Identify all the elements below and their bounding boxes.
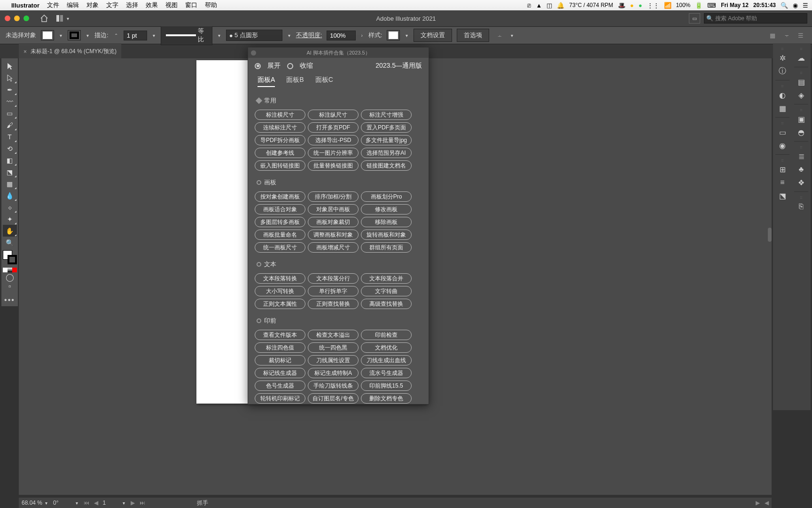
scroll-left[interactable]: ▶ (756, 500, 760, 506)
script-button[interactable]: 对象居中画板 (308, 204, 359, 214)
menubar-date[interactable]: Fri May 12 (721, 2, 749, 8)
script-button[interactable]: 打开多页PDF (308, 122, 359, 133)
style-swatch[interactable] (387, 30, 400, 40)
toolbox-more[interactable]: ••• (4, 296, 15, 304)
minimize-window[interactable] (14, 16, 20, 21)
hand-tool[interactable]: ✋ (3, 225, 17, 237)
script-button[interactable]: 文字转曲 (361, 286, 412, 296)
tab-panel-b[interactable]: 面板B (286, 76, 304, 87)
script-button[interactable]: 检查文本溢出 (308, 330, 359, 340)
script-panel-titlebar[interactable]: AI 脚本插件合集（2023.5） (248, 48, 429, 58)
script-button[interactable]: 正则文本属性 (255, 299, 305, 309)
home-button[interactable] (38, 13, 51, 24)
direct-selection-tool[interactable] (3, 72, 17, 84)
script-button[interactable]: 单行拆单字 (308, 286, 359, 296)
menu-view[interactable]: 视图 (165, 1, 178, 9)
script-button[interactable]: 置入PDF多页面 (361, 122, 412, 133)
draw-mode[interactable]: ◯ (3, 272, 17, 282)
script-button[interactable]: 画板对象裁切 (308, 217, 359, 227)
symbol-sprayer-tool[interactable]: ✦ (3, 213, 17, 225)
tab-panel-a[interactable]: 面板A (258, 76, 275, 87)
script-button[interactable]: 正则查找替换 (308, 299, 359, 309)
stroke-profile[interactable]: 等比 (161, 25, 212, 45)
zoom-control[interactable]: 68.04 %▾ (22, 500, 48, 506)
next-artboard[interactable]: ▶ (131, 500, 135, 506)
menu-edit[interactable]: 编辑 (67, 1, 79, 9)
script-button[interactable]: 色号生成器 (255, 381, 305, 391)
close-window[interactable] (5, 16, 10, 21)
script-button[interactable]: 流水号生成器 (361, 368, 412, 378)
script-button[interactable]: 标注四色值 (255, 342, 305, 353)
transform-panel-icon[interactable]: ⊞ (775, 163, 790, 175)
fill-swatch[interactable] (41, 30, 54, 40)
arrange-documents[interactable]: ▾ (55, 13, 71, 24)
script-button[interactable]: 印前检查 (361, 330, 412, 340)
menu-file[interactable]: 文件 (47, 1, 59, 9)
keyboard-icon[interactable]: ⌨ (707, 2, 716, 9)
properties-panel-icon[interactable]: ✲ (775, 52, 790, 64)
script-button[interactable]: 文档优化 (361, 342, 412, 353)
panel-handle[interactable]: :: (796, 107, 806, 112)
script-button[interactable]: 画板增减尺寸 (308, 242, 359, 253)
script-button[interactable]: 选择范围另存AI (361, 148, 412, 158)
menu-window[interactable]: 窗口 (185, 1, 197, 9)
panel-handle[interactable]: :: (796, 195, 806, 199)
script-button[interactable]: 标注横尺寸 (255, 110, 305, 120)
eraser-tool[interactable]: ◧ (3, 154, 17, 166)
script-button[interactable]: 文本段落转换 (255, 273, 305, 284)
menu-effect[interactable]: 效果 (146, 1, 158, 9)
script-button[interactable]: 查看文件版本 (255, 330, 305, 340)
script-button[interactable]: 轮转机印刷标记 (255, 393, 305, 404)
script-button[interactable]: 旋转画板和对象 (361, 230, 412, 240)
maximize-window[interactable] (23, 16, 29, 21)
tab-panel-c[interactable]: 面板C (315, 76, 333, 87)
eyedropper-tool[interactable]: 💧 (3, 190, 17, 201)
arrange-icon[interactable]: ⫟ (781, 30, 792, 41)
swatches-panel-icon[interactable]: ▦ (775, 102, 790, 114)
script-button[interactable]: 调整画板和对象 (308, 230, 359, 240)
script-button[interactable]: 导PDF拆分画板 (255, 135, 305, 145)
scroll-right[interactable]: ◀ (765, 500, 769, 506)
crop-icon[interactable]: ▦ (767, 30, 778, 41)
curvature-tool[interactable]: 〰 (3, 95, 17, 107)
script-button[interactable]: 统一四色黑 (308, 342, 359, 353)
script-button[interactable]: 标注尺寸增强 (361, 110, 412, 120)
links-panel-icon[interactable]: ⎘ (794, 200, 809, 213)
color-mode[interactable] (3, 268, 17, 272)
cube-icon[interactable]: ◫ (547, 2, 552, 9)
expand-radio[interactable] (255, 63, 261, 69)
script-button[interactable]: 统一画板尺寸 (255, 242, 305, 253)
cloud-button[interactable]: ▭ (689, 13, 700, 24)
script-button[interactable]: 刀线生成出血线 (361, 355, 412, 365)
hat-icon[interactable]: 🎩 (618, 2, 625, 9)
menu-type[interactable]: 文字 (106, 1, 118, 9)
menu-object[interactable]: 对象 (86, 1, 99, 9)
script-button[interactable]: 刀线属性设置 (308, 355, 359, 365)
panel-handle[interactable]: :: (796, 144, 806, 149)
align-panel-icon[interactable]: ≡ (775, 176, 790, 189)
script-button[interactable]: 文本段落合并 (361, 273, 412, 284)
stroke-panel-icon[interactable]: ▭ (775, 126, 790, 138)
script-button[interactable]: 自订图层名/专色 (308, 393, 359, 404)
script-button[interactable]: 印前脚线15.5 (361, 381, 412, 391)
paintbrush-tool[interactable]: 🖌 (3, 119, 17, 131)
script-button[interactable]: 按对象创建画板 (255, 191, 305, 202)
asset-export-panel-icon[interactable]: ♣ (794, 163, 809, 175)
brush-def[interactable]: ● 5 点圆形 (226, 30, 282, 41)
siri-icon[interactable]: ◉ (793, 2, 798, 9)
panel-handle[interactable]: :: (778, 158, 787, 162)
rotate-tool[interactable]: ⟲ (3, 143, 17, 154)
type-tool[interactable]: T (3, 131, 17, 143)
panel-handle[interactable]: :: (796, 70, 806, 75)
script-button[interactable]: 多图层转多画板 (255, 217, 305, 227)
script-panel-close[interactable] (251, 50, 256, 56)
opacity-label[interactable]: 不透明度: (296, 31, 322, 40)
control-center-icon[interactable]: ☰ (803, 2, 808, 9)
first-artboard[interactable]: ⏮ (84, 500, 89, 506)
script-button[interactable]: 嵌入图转链接图 (255, 160, 305, 171)
spotlight-icon[interactable]: 🔍 (781, 2, 788, 9)
fill-stroke-control[interactable] (3, 250, 17, 267)
stroke-weight-down[interactable]: ⌃ (113, 33, 119, 38)
align-control[interactable]: ⫠ (494, 30, 505, 41)
artboard-nav-input[interactable]: 1▾ (103, 500, 126, 506)
